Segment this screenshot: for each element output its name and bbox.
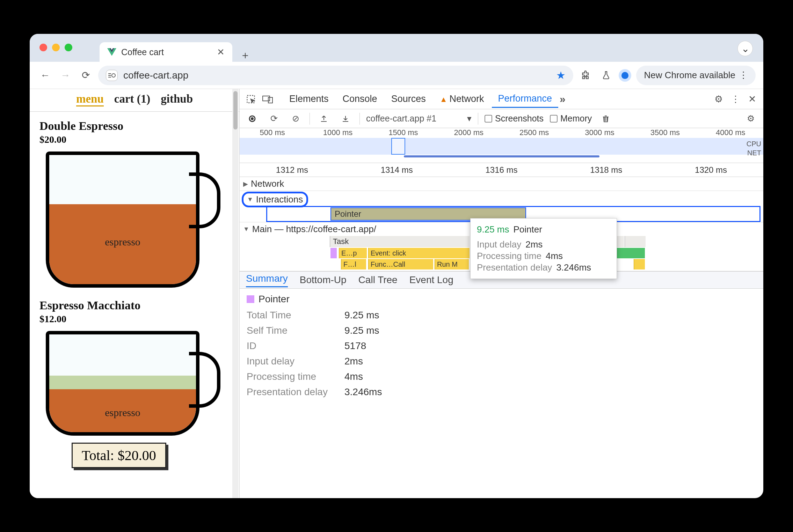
flame-bar[interactable]: F…l (341, 259, 366, 269)
nav-menu[interactable]: menu (76, 93, 104, 106)
interactions-heading-highlight: ▼Interactions (242, 192, 308, 207)
settings-gear-icon[interactable]: ⚙ (711, 91, 726, 107)
forward-button[interactable]: → (58, 68, 73, 83)
close-tab-button[interactable]: ✕ (217, 47, 225, 58)
browser-tab[interactable]: Coffee cart ✕ (100, 42, 232, 62)
tab-console[interactable]: Console (336, 91, 384, 107)
content-area: menu cart (1) github Double Espresso $20… (30, 89, 763, 498)
download-icon[interactable] (338, 111, 353, 126)
page-scrollbar[interactable] (232, 89, 239, 498)
tab-list-button[interactable]: ⌄ (737, 41, 753, 56)
interactions-track[interactable]: ▼Interactions Pointer (240, 191, 763, 222)
performance-toolbar: ⟳ ⊘ coffee-cart.app #1 ▾ Screenshots Mem… (240, 109, 763, 128)
profile-avatar[interactable] (619, 69, 631, 82)
nav-github[interactable]: github (161, 93, 193, 106)
tab-title: Coffee cart (121, 47, 164, 57)
clear-button[interactable]: ⊘ (288, 111, 303, 126)
product-card: Espresso Macchiato $12.00 espresso (30, 291, 239, 436)
url-text: coffee-cart.app (123, 70, 188, 81)
tab-bottom-up[interactable]: Bottom-Up (300, 274, 347, 286)
window-controls (39, 44, 72, 51)
more-tabs-button[interactable]: » (560, 93, 566, 105)
browser-window: Coffee cart ✕ ＋ ⌄ ← → ⟳ coffee-cart.app … (30, 34, 763, 498)
summary-title: Pointer (247, 294, 756, 305)
tab-event-log[interactable]: Event Log (409, 274, 453, 286)
product-price: $20.00 (39, 134, 230, 145)
site-info-icon[interactable] (106, 70, 118, 81)
bookmark-star-icon[interactable]: ★ (556, 69, 566, 81)
main-thread-track[interactable]: ▼Main — https://coffee-cart.app/ Task k … (240, 222, 763, 271)
browser-toolbar: ← → ⟳ coffee-cart.app ★ New Chrome avail… (30, 62, 763, 89)
vue-icon (107, 48, 116, 56)
new-tab-button[interactable]: ＋ (239, 49, 252, 62)
product-card: Double Espresso $20.00 espresso (30, 112, 239, 288)
coffee-cup-illustration[interactable]: espresso (46, 152, 199, 288)
perf-settings-gear-icon[interactable]: ⚙ (743, 111, 758, 126)
chrome-update-text: New Chrome available (644, 70, 735, 81)
address-bar[interactable]: coffee-cart.app ★ (98, 66, 573, 85)
chrome-update-badge[interactable]: New Chrome available ⋮ (636, 66, 756, 85)
svg-rect-2 (108, 77, 111, 77)
product-name: Espresso Macchiato (39, 299, 230, 312)
network-track[interactable]: ▶Network (240, 177, 763, 191)
color-swatch (247, 295, 254, 303)
inspect-icon[interactable] (243, 91, 259, 107)
recording-selector[interactable]: coffee-cart.app #1 ▾ (366, 113, 472, 124)
svg-rect-0 (108, 73, 111, 74)
extensions-icon[interactable] (578, 68, 594, 83)
back-button[interactable]: ← (37, 68, 53, 83)
minimize-window-button[interactable] (52, 44, 60, 51)
detail-ruler: 1312 ms 1314 ms 1316 ms 1318 ms 1320 ms (240, 163, 763, 177)
upload-icon[interactable] (316, 111, 332, 126)
tab-call-tree[interactable]: Call Tree (358, 274, 398, 286)
web-page: menu cart (1) github Double Espresso $20… (30, 89, 239, 498)
gc-icon[interactable] (598, 111, 613, 126)
labs-icon[interactable] (598, 68, 614, 83)
record-button[interactable] (245, 111, 260, 126)
task-bar[interactable]: Task (330, 236, 470, 247)
overview-selection[interactable] (391, 138, 405, 155)
overview-ruler: 500 ms 1000 ms 1500 ms 2000 ms 2500 ms 3… (240, 128, 763, 138)
nav-cart[interactable]: cart (1) (114, 93, 151, 106)
site-nav: menu cart (1) github (30, 89, 239, 112)
fill-label: espresso (49, 236, 196, 248)
timeline-overview[interactable]: 500 ms 1000 ms 1500 ms 2000 ms 2500 ms 3… (240, 128, 763, 163)
flame-bar[interactable]: Run M (435, 259, 469, 269)
svg-rect-6 (268, 97, 272, 103)
fill-label: espresso (49, 407, 196, 419)
tab-summary[interactable]: Summary (246, 273, 288, 287)
tab-network[interactable]: Network (434, 91, 490, 107)
flame-bar[interactable]: E…p (339, 248, 367, 258)
svg-rect-1 (108, 75, 111, 76)
product-price: $12.00 (39, 313, 230, 325)
reload-record-button[interactable]: ⟳ (266, 111, 282, 126)
svg-point-3 (112, 74, 115, 77)
tab-sources[interactable]: Sources (385, 91, 432, 107)
flame-bar[interactable]: Event: click (368, 248, 470, 258)
flame-bar[interactable]: Func…Call (368, 259, 433, 269)
devtools-tabs: Elements Console Sources Network Perform… (240, 89, 763, 109)
close-devtools-icon[interactable]: ✕ (744, 91, 760, 107)
device-toolbar-icon[interactable] (260, 91, 275, 107)
maximize-window-button[interactable] (65, 44, 72, 51)
close-window-button[interactable] (39, 44, 47, 51)
overview-lanes: CPU NET (747, 139, 761, 157)
flame-bar[interactable] (330, 248, 337, 258)
svg-point-8 (251, 117, 254, 120)
reload-button[interactable]: ⟳ (78, 68, 93, 83)
devtools-panel: Elements Console Sources Network Perform… (239, 89, 763, 498)
task-bar[interactable] (625, 236, 646, 247)
flame-bar[interactable] (634, 259, 645, 269)
cart-total-text: Total: $20.00 (82, 448, 156, 463)
coffee-cup-illustration[interactable]: espresso (46, 331, 199, 436)
cart-total-badge[interactable]: Total: $20.00 (72, 443, 166, 468)
tab-strip: Coffee cart ✕ ＋ ⌄ (30, 34, 763, 62)
screenshots-checkbox[interactable]: Screenshots (485, 113, 544, 124)
tab-elements[interactable]: Elements (283, 91, 335, 107)
product-name: Double Espresso (39, 119, 230, 133)
kebab-menu-icon[interactable]: ⋮ (728, 91, 743, 107)
tooltip-duration: 9.25 ms (477, 224, 509, 235)
summary-panel: Pointer Total Time9.25 ms Self Time9.25 … (240, 289, 763, 407)
memory-checkbox[interactable]: Memory (550, 113, 592, 124)
tab-performance[interactable]: Performance (492, 90, 559, 108)
